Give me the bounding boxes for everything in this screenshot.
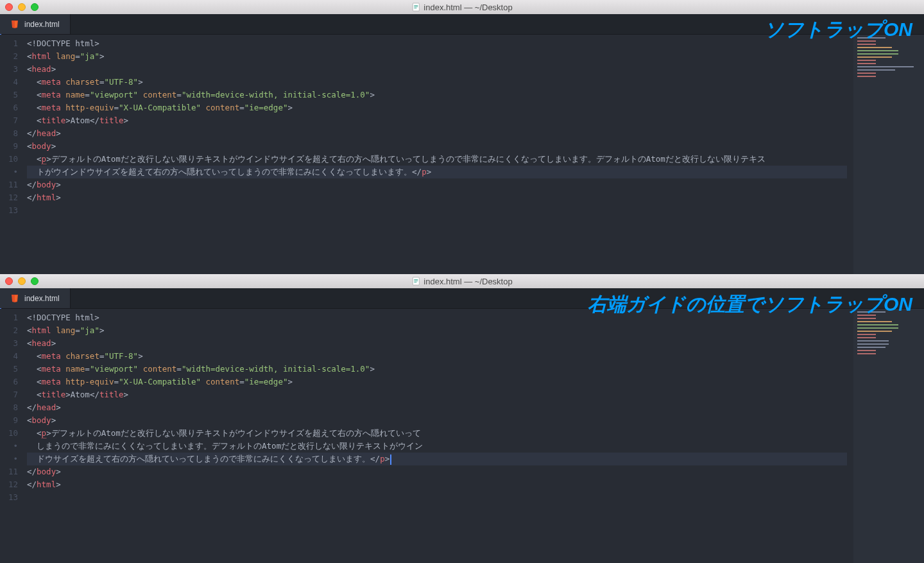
line-number: 1 xyxy=(0,37,27,50)
window-title-text: index.html — ~/Desktop xyxy=(424,3,512,12)
code-line: </html> xyxy=(27,191,853,204)
code-content[interactable]: <!DOCTYPE html> <html lang="ja"> <head> … xyxy=(27,35,853,274)
minimap[interactable] xyxy=(853,309,924,563)
line-number: 10 xyxy=(0,153,27,166)
editor-window-1: index.html — ~/Desktop index.html ソフトラップ… xyxy=(0,0,924,274)
editor-area[interactable]: 1 2 3 4 5 6 7 8 9 10 11 12 13 <!DOCTYPE … xyxy=(0,309,924,563)
code-line xyxy=(27,204,853,217)
line-number: 6 xyxy=(0,101,27,114)
window-title-text: index.html — ~/Desktop xyxy=(424,277,512,286)
code-line: </body> xyxy=(27,465,853,478)
line-number: 13 xyxy=(0,491,27,504)
code-line: </html> xyxy=(27,478,853,491)
minimize-button[interactable] xyxy=(18,3,26,11)
code-line xyxy=(27,491,853,504)
window-title: index.html — ~/Desktop xyxy=(411,3,512,12)
tab-label: index.html xyxy=(24,20,60,29)
code-line: <head> xyxy=(27,63,853,76)
code-line: <meta name="viewport" content="width=dev… xyxy=(27,363,853,376)
code-line: <body> xyxy=(27,140,853,153)
close-button[interactable] xyxy=(5,3,13,11)
svg-rect-2 xyxy=(414,6,418,7)
line-number: 6 xyxy=(0,376,27,388)
line-number: 5 xyxy=(0,89,27,101)
line-number: 12 xyxy=(0,191,27,204)
line-number: 7 xyxy=(0,388,27,401)
minimize-button[interactable] xyxy=(18,277,26,285)
file-icon xyxy=(411,3,420,12)
titlebar[interactable]: index.html — ~/Desktop xyxy=(0,274,924,288)
code-line: <body> xyxy=(27,414,853,427)
tab-label: index.html xyxy=(24,294,60,303)
line-number: 10 xyxy=(0,427,27,440)
code-line: <p>デフォルトのAtomだと改行しない限りテキストがウインドウサイズを超えて右… xyxy=(27,153,853,166)
line-number: 11 xyxy=(0,178,27,191)
line-number: 9 xyxy=(0,140,27,153)
window-title: index.html — ~/Desktop xyxy=(411,277,512,286)
line-number: 8 xyxy=(0,127,27,140)
line-number: 13 xyxy=(0,204,27,217)
minimap-content xyxy=(857,311,920,356)
text-cursor xyxy=(390,455,391,465)
tab-index-html[interactable]: index.html xyxy=(0,288,71,308)
code-line: </head> xyxy=(27,127,853,140)
code-line: <html lang="ja"> xyxy=(27,324,853,337)
window-controls xyxy=(5,277,38,285)
html5-icon xyxy=(10,20,19,29)
code-line: <title>Atom</title> xyxy=(27,388,853,401)
line-number: 2 xyxy=(0,50,27,63)
tab-index-html[interactable]: index.html xyxy=(0,14,71,34)
html5-icon xyxy=(10,294,19,303)
annotation-label: 右端ガイドの位置でソフトラップON xyxy=(588,291,912,318)
code-content[interactable]: <!DOCTYPE html> <html lang="ja"> <head> … xyxy=(27,309,853,563)
code-line: </head> xyxy=(27,401,853,414)
wrap-indicator xyxy=(0,453,27,465)
line-numbers: 1 2 3 4 5 6 7 8 9 10 11 12 13 xyxy=(0,309,27,563)
code-line: <meta http-equiv="X-UA-Compatible" conte… xyxy=(27,376,853,388)
code-line: <meta http-equiv="X-UA-Compatible" conte… xyxy=(27,101,853,114)
code-line: <!DOCTYPE html> xyxy=(27,37,853,50)
line-numbers: 1 2 3 4 5 6 7 8 9 10 11 12 13 xyxy=(0,35,27,274)
minimap-content xyxy=(857,37,920,79)
code-line: <meta charset="UTF-8"> xyxy=(27,76,853,89)
wrap-indicator xyxy=(0,440,27,453)
code-line: しまうので非常にみにくくなってしまいます。デフォルトのAtomだと改行しない限り… xyxy=(27,440,853,453)
line-number: 8 xyxy=(0,401,27,414)
code-line: </body> xyxy=(27,178,853,191)
line-number: 5 xyxy=(0,363,27,376)
svg-rect-5 xyxy=(414,279,418,280)
svg-rect-7 xyxy=(414,282,416,282)
annotation-label: ソフトラップON xyxy=(764,17,912,43)
titlebar[interactable]: index.html — ~/Desktop xyxy=(0,0,924,14)
code-line: <meta name="viewport" content="width=dev… xyxy=(27,89,853,101)
svg-rect-6 xyxy=(414,281,418,281)
line-number: 11 xyxy=(0,465,27,478)
code-line: トがウインドウサイズを超えて右の方へ隠れていってしまうので非常にみにくくなってし… xyxy=(27,166,847,178)
line-number: 3 xyxy=(0,63,27,76)
svg-rect-1 xyxy=(414,5,418,6)
line-number: 1 xyxy=(0,311,27,324)
file-icon xyxy=(411,277,420,286)
line-number: 2 xyxy=(0,324,27,337)
code-line: <meta charset="UTF-8"> xyxy=(27,350,853,363)
code-line: ドウサイズを超えて右の方へ隠れていってしまうので非常にみにくくなってしまいます。… xyxy=(27,453,847,465)
line-number: 7 xyxy=(0,114,27,127)
editor-window-2: index.html — ~/Desktop index.html 右端ガイドの… xyxy=(0,274,924,563)
line-number: 12 xyxy=(0,478,27,491)
wrap-indicator xyxy=(0,166,27,178)
svg-rect-3 xyxy=(414,8,416,8)
code-line: <html lang="ja"> xyxy=(27,50,853,63)
line-number: 3 xyxy=(0,337,27,350)
line-number: 9 xyxy=(0,414,27,427)
code-line: <p>デフォルトのAtomだと改行しない限りテキストがウインドウサイズを超えて右… xyxy=(27,427,853,440)
code-line: <title>Atom</title> xyxy=(27,114,853,127)
minimap[interactable] xyxy=(853,35,924,274)
maximize-button[interactable] xyxy=(31,3,38,11)
editor-area[interactable]: 1 2 3 4 5 6 7 8 9 10 11 12 13 <!DOCTYPE … xyxy=(0,35,924,274)
close-button[interactable] xyxy=(5,277,13,285)
line-number: 4 xyxy=(0,76,27,89)
code-line: <head> xyxy=(27,337,853,350)
maximize-button[interactable] xyxy=(31,277,38,285)
window-controls xyxy=(5,3,38,11)
line-number: 4 xyxy=(0,350,27,363)
